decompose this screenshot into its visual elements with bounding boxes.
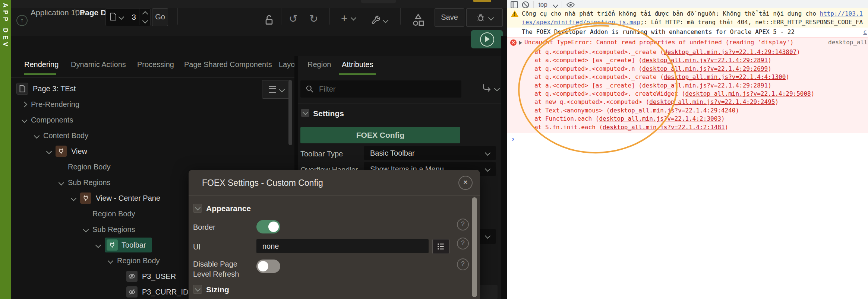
border-toggle[interactable] bbox=[256, 220, 280, 233]
console-prompt[interactable]: › bbox=[511, 135, 515, 143]
foex-settings-dialog: FOEX Settings - Custom Config ✕ Appearan… bbox=[189, 170, 480, 299]
tree-item-label: Region Body bbox=[92, 210, 135, 218]
stack-source-link[interactable]: desktop_all.min.js?v=22.1.4:2:3003 bbox=[599, 115, 721, 122]
tree-item-label: Sub Regions bbox=[68, 178, 111, 187]
page-number-input[interactable]: 3 bbox=[132, 13, 136, 22]
stack-source-link[interactable]: desktop_all.min.js?v=22.1.4:29:2891 bbox=[642, 82, 768, 89]
border-label: Border bbox=[193, 223, 215, 232]
toolbar-type-select[interactable]: Basic Toolbar bbox=[364, 146, 496, 160]
stack-source-link[interactable]: desktop_all.min.js?v=22.1.4:2:1481 bbox=[603, 124, 725, 131]
tree-item[interactable]: Content Body bbox=[11, 128, 294, 143]
stack-frame: at Function.each (desktop_all.min.js?v=2… bbox=[534, 115, 814, 123]
filter-input[interactable]: Filter bbox=[300, 80, 461, 98]
modal-scrollbar[interactable] bbox=[472, 197, 477, 297]
border-help-icon[interactable]: ? bbox=[457, 219, 469, 230]
chevron-down-icon[interactable] bbox=[45, 149, 53, 153]
ui-input[interactable]: none bbox=[256, 239, 429, 253]
stack-frame: at q.<computed>.<computed>._create (desk… bbox=[534, 48, 814, 56]
context-selector[interactable]: top bbox=[539, 1, 547, 9]
unlock-icon[interactable] bbox=[263, 14, 275, 26]
tab-dynamic-actions[interactable]: Dynamic Actions bbox=[71, 60, 126, 69]
stack-source-link[interactable]: desktop_all.min.js?v=22.1.4:4:1300 bbox=[664, 73, 786, 80]
console-sidebar-icon[interactable] bbox=[510, 1, 518, 9]
context-caret-icon[interactable] bbox=[553, 2, 559, 8]
up-circle-icon[interactable]: ↑ bbox=[16, 15, 28, 26]
warning-link-2[interactable]: ies/apex/minified/ojoption.js.map bbox=[522, 19, 640, 26]
tree-item[interactable]: Pre-Rendering bbox=[11, 96, 294, 112]
chevron-down-icon[interactable] bbox=[107, 259, 114, 263]
error-source-link[interactable]: desktop_all bbox=[828, 39, 868, 46]
chevron-down-icon[interactable] bbox=[82, 228, 89, 232]
ui-label: UI bbox=[193, 243, 201, 251]
save-button[interactable]: Save bbox=[435, 8, 464, 27]
tree-item-label: P3_USER bbox=[142, 272, 176, 281]
tree-item-label: Region Body bbox=[117, 257, 160, 265]
appearance-collapse-button[interactable] bbox=[193, 204, 202, 213]
chevron-down-icon[interactable] bbox=[33, 134, 40, 138]
console-toolbar: top Các cấp mặc định 1 vấn đề: bbox=[507, 0, 868, 9]
chevron-down-icon[interactable] bbox=[70, 196, 77, 200]
undo-icon[interactable]: ↺ bbox=[289, 13, 297, 25]
chevron-right-icon[interactable] bbox=[20, 102, 28, 106]
stack-source-link[interactable]: desktop_all.min.js?v=22.1.4:29:2699 bbox=[642, 65, 768, 72]
stack-source-link[interactable]: desktop_all.min.js?v=22.1.4:29:5008 bbox=[685, 90, 811, 97]
list-of-values-button[interactable] bbox=[432, 239, 449, 254]
page-selector[interactable]: 3 bbox=[105, 8, 151, 26]
app-dev-rail: APP DEV bbox=[0, 0, 11, 299]
stack-source-link[interactable]: desktop_all.min.js?v=22.1.4:29:4240 bbox=[610, 107, 735, 114]
tab-rendering[interactable]: Rendering bbox=[24, 60, 59, 69]
tree-item-selected: Toolbar bbox=[105, 238, 152, 252]
warning-link-1[interactable]: http://103.1 bbox=[820, 10, 863, 17]
tree-item[interactable]: Page 3: TEst bbox=[11, 81, 294, 96]
chevron-down-icon[interactable] bbox=[57, 181, 65, 185]
search-icon bbox=[306, 85, 314, 93]
redo-icon[interactable]: ↻ bbox=[309, 13, 318, 25]
spinner-down-button[interactable] bbox=[139, 17, 150, 25]
utilities-caret-icon[interactable] bbox=[383, 18, 389, 23]
shapes-icon[interactable] bbox=[412, 13, 424, 27]
ui-help-icon[interactable]: ? bbox=[457, 238, 469, 249]
right-pane-tabs: RegionAttributes bbox=[298, 56, 501, 78]
page-select-caret-icon[interactable] bbox=[119, 14, 124, 20]
clear-console-icon[interactable] bbox=[521, 1, 530, 9]
tree-item[interactable]: View bbox=[11, 143, 294, 159]
create-menu-button[interactable]: + bbox=[341, 12, 356, 25]
hamburger-icon bbox=[269, 86, 276, 93]
page-icon bbox=[110, 13, 117, 21]
foex-config-button[interactable]: FOEX Config bbox=[300, 127, 460, 143]
tab-region[interactable]: Region bbox=[307, 60, 331, 69]
goto-arrow-button[interactable] bbox=[482, 83, 499, 93]
chevron-down-icon[interactable] bbox=[20, 118, 28, 122]
tree-item-label: Content Body bbox=[43, 131, 88, 140]
disable-refresh-help-icon[interactable]: ? bbox=[457, 258, 469, 270]
panel-scroll-gutter[interactable] bbox=[501, 36, 507, 299]
stack-source-link[interactable]: desktop_all.min.js?v=22.1.4:29:2495 bbox=[649, 98, 775, 105]
tree-scrollbar[interactable] bbox=[288, 80, 292, 145]
tree-menu-button[interactable] bbox=[262, 80, 291, 99]
sizing-collapse-button[interactable] bbox=[193, 285, 202, 294]
tree-item[interactable]: Components bbox=[11, 112, 294, 128]
chevron-down-icon[interactable] bbox=[94, 243, 102, 247]
tab-page-shared-components[interactable]: Page Shared Components bbox=[184, 60, 272, 69]
eye-icon[interactable] bbox=[566, 1, 575, 9]
highlight-bar bbox=[473, 0, 491, 2]
tab-processing[interactable]: Processing bbox=[137, 60, 174, 69]
info-source-link[interactable]: c bbox=[863, 28, 867, 35]
stack-frame: at a.<computed> [as _create] (desktop_al… bbox=[534, 56, 814, 64]
tab-attributes[interactable]: Attributes bbox=[342, 60, 373, 69]
run-page-button[interactable] bbox=[471, 30, 503, 48]
goto-caret-icon bbox=[494, 85, 500, 91]
debug-menu-button[interactable] bbox=[466, 8, 503, 27]
page-spinner bbox=[139, 9, 150, 25]
spinner-up-button[interactable] bbox=[139, 9, 150, 17]
disable-refresh-toggle[interactable] bbox=[256, 260, 280, 273]
settings-collapse-button[interactable] bbox=[301, 109, 309, 117]
expand-caret-icon[interactable] bbox=[519, 41, 522, 45]
close-icon[interactable]: ✕ bbox=[458, 176, 473, 190]
select-caret-icon bbox=[485, 166, 491, 172]
wrench-icon[interactable] bbox=[371, 15, 381, 25]
error-icon: ✕ bbox=[510, 39, 517, 46]
go-button[interactable]: Go bbox=[152, 8, 168, 26]
stack-source-link[interactable]: desktop_all.min.js?v=22.1.4:29:2891 bbox=[642, 57, 768, 64]
stack-source-link[interactable]: desktop_all.min.js?v=22.1.4:29:143807 bbox=[664, 48, 796, 55]
